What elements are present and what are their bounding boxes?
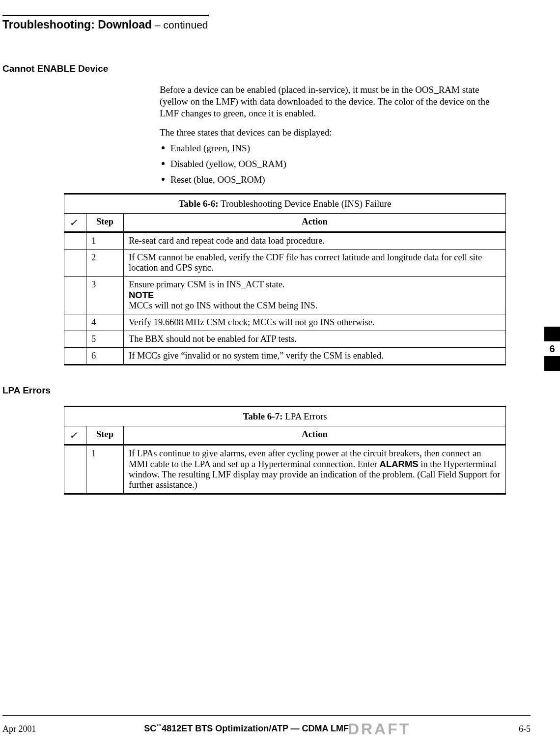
footer-date: Apr 2001 <box>2 724 36 734</box>
col-step: Step <box>86 426 124 445</box>
col-check: ✓ <box>64 214 86 232</box>
step-num: 1 <box>86 445 124 494</box>
list-item: Disabled (yellow, OOS_RAM) <box>160 158 504 170</box>
section-heading-cannot-enable: Cannot ENABLE Device <box>2 63 531 74</box>
step-num: 4 <box>86 314 124 331</box>
col-action: Action <box>124 426 506 445</box>
action-cell: If LPAs continue to give alarms, even af… <box>124 445 506 494</box>
table-caption: Table 6-7: LPA Errors <box>64 407 506 426</box>
paragraph: The three states that devices can be dis… <box>160 127 504 139</box>
action-bold: ALARMS <box>380 459 419 469</box>
table-row: 6 If MCCs give “invalid or no system tim… <box>64 348 506 365</box>
table-row: 2 If CSM cannot be enabled, verify the C… <box>64 250 506 277</box>
footer-page-number: 6-5 <box>519 724 531 734</box>
table-row: 3 Ensure primary CSM is in INS_ACT state… <box>64 277 506 314</box>
table-row: 1 If LPAs continue to give alarms, even … <box>64 445 506 494</box>
title-strong: Troubleshooting: Download <box>2 18 152 31</box>
caption-label: Table 6-6: <box>178 198 218 209</box>
footer: Apr 2001 SC™4812ET BTS Optimization/ATP … <box>2 715 531 738</box>
action-cell: Re-seat card and repeat code and data lo… <box>124 232 506 250</box>
action-cell: Ensure primary CSM is in INS_ACT state. … <box>124 277 506 314</box>
note-body: MCCs will not go INS without the CSM bei… <box>129 301 317 310</box>
step-num: 3 <box>86 277 124 314</box>
body-block: Before a device can be enabled (placed i… <box>160 84 504 185</box>
caption-label: Table 6-7: <box>243 411 282 421</box>
paragraph: Before a device can be enabled (placed i… <box>160 84 504 119</box>
action-cell: The BBX should not be enabled for ATP te… <box>124 331 506 348</box>
table-row: 5 The BBX should not be enabled for ATP … <box>64 331 506 348</box>
action-cell: If MCCs give “invalid or no system time,… <box>124 348 506 365</box>
state-list: Enabled (green, INS) Disabled (yellow, O… <box>160 142 504 185</box>
list-item: Reset (blue, OOS_ROM) <box>160 174 504 186</box>
table-6-6: Table 6-6: Troubleshooting Device Enable… <box>64 193 506 365</box>
action-cell: Verify 19.6608 MHz CSM clock; MCCs will … <box>124 314 506 331</box>
col-action: Action <box>124 214 506 232</box>
note-label: NOTE <box>129 290 154 300</box>
table-caption: Table 6-6: Troubleshooting Device Enable… <box>64 194 506 214</box>
title-light: – continued <box>152 19 208 30</box>
list-item: Enabled (green, INS) <box>160 142 504 154</box>
table-row: 1 Re-seat card and repeat code and data … <box>64 232 506 250</box>
footer-doc-title: SC™4812ET BTS Optimization/ATP — CDMA LM… <box>36 720 519 738</box>
section-heading-lpa-errors: LPA Errors <box>2 385 531 396</box>
caption-text: Troubleshooting Device Enable (INS) Fail… <box>219 198 392 209</box>
step-num: 1 <box>86 232 124 250</box>
step-num: 6 <box>86 348 124 365</box>
step-num: 5 <box>86 331 124 348</box>
table-6-7: Table 6-7: LPA Errors ✓ Step Action 1 If… <box>64 406 506 495</box>
chapter-tab: 6 <box>544 327 560 371</box>
col-step: Step <box>86 214 124 232</box>
table-row: 4 Verify 19.6608 MHz CSM clock; MCCs wil… <box>64 314 506 331</box>
caption-text: LPA Errors <box>283 411 327 421</box>
action-cell: If CSM cannot be enabled, verify the CDF… <box>124 250 506 277</box>
draft-watermark: DRAFT <box>348 720 411 738</box>
step-num: 2 <box>86 250 124 277</box>
action-line: Ensure primary CSM is in INS_ACT state. <box>129 279 285 289</box>
col-check: ✓ <box>64 426 86 445</box>
chapter-number: 6 <box>544 341 560 356</box>
page-title: Troubleshooting: Download – continued <box>2 18 531 31</box>
